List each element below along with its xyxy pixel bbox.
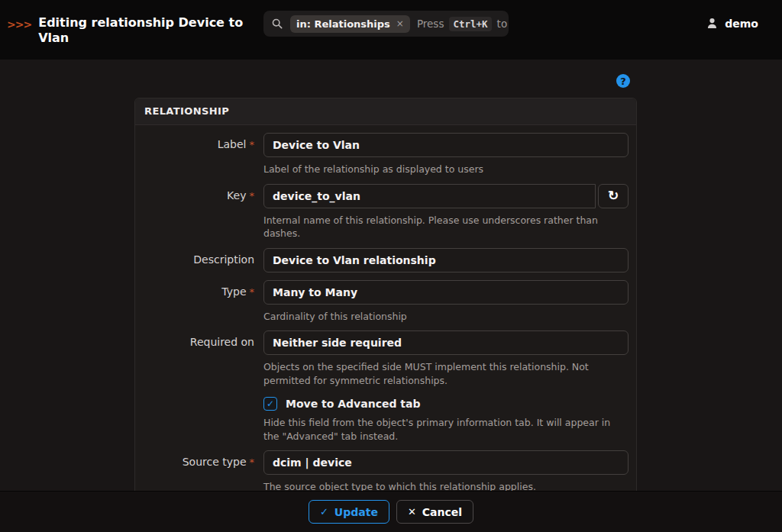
panel-title: RELATIONSHIP	[135, 98, 636, 125]
page-title-line2: Vlan	[38, 31, 69, 45]
checkbox-checked-icon[interactable]: ✓	[263, 397, 277, 411]
search-shortcut-kbd: Ctrl+K	[449, 17, 491, 31]
required-on-select[interactable]: Neither side required	[263, 330, 629, 355]
user-icon	[706, 17, 719, 30]
search-filter-tag[interactable]: in: Relationships ×	[290, 15, 410, 33]
source-type-field-label: Source type*	[143, 450, 263, 494]
top-navbar: >>> Editing relationship Device to Vlan …	[0, 0, 782, 60]
page-title-line1: Editing relationship Device to	[38, 15, 243, 30]
app-logo[interactable]: >>>	[7, 18, 31, 31]
navbar-left: >>> Editing relationship Device to Vlan	[7, 15, 243, 46]
advanced-tab-checkbox-label[interactable]: Move to Advanced tab	[286, 398, 420, 410]
label-field-label: Label*	[143, 133, 263, 176]
required-marker: *	[250, 456, 255, 468]
required-marker: *	[250, 139, 255, 150]
help-icon[interactable]: ?	[616, 74, 630, 88]
regenerate-key-button[interactable]: ↻	[598, 184, 629, 208]
form-row-key: Key* device_to_vlan ↻ Internal name of t…	[143, 184, 629, 240]
x-icon: ✕	[408, 506, 416, 517]
required-marker: *	[250, 190, 255, 202]
description-input[interactable]: Device to Vlan relationship	[263, 248, 629, 272]
label-input[interactable]: Device to Vlan	[263, 133, 629, 157]
search-icon	[271, 18, 283, 30]
key-field-label: Key*	[143, 184, 263, 240]
check-icon: ✓	[267, 399, 274, 408]
description-field-label: Description	[143, 248, 263, 272]
key-helper-text: Internal name of this relationship. Plea…	[263, 214, 629, 240]
refresh-icon: ↻	[608, 189, 619, 202]
relationship-panel: RELATIONSHIP Label* Device to Vlan Label…	[134, 98, 637, 522]
search-placeholder-prefix: Press	[417, 18, 444, 30]
form-action-bar: ✓ Update ✕ Cancel	[0, 491, 782, 532]
form-row-label: Label* Device to Vlan Label of the relat…	[143, 133, 629, 176]
global-search-input[interactable]: in: Relationships × Press Ctrl+K to sear…	[263, 11, 509, 37]
source-type-select[interactable]: dcim | device	[263, 450, 629, 475]
advanced-tab-checkbox[interactable]: ✓ Move to Advanced tab	[263, 395, 629, 411]
type-field-label: Type*	[143, 280, 263, 324]
type-select[interactable]: Many to Many	[263, 280, 629, 305]
type-helper-text: Cardinality of this relationship	[263, 310, 629, 324]
relationship-form: Label* Device to Vlan Label of the relat…	[135, 125, 636, 521]
form-row-required-on: Required on Neither side required Object…	[143, 330, 629, 387]
cancel-button[interactable]: ✕ Cancel	[396, 500, 473, 524]
update-button[interactable]: ✓ Update	[309, 500, 389, 524]
remove-filter-icon[interactable]: ×	[396, 18, 404, 29]
label-helper-text: Label of the relationship as displayed t…	[263, 163, 629, 176]
required-on-helper-text: Objects on the specified side MUST imple…	[263, 360, 629, 387]
advanced-tab-helper-text: Hide this field from the object's primar…	[263, 416, 629, 443]
check-icon: ✓	[320, 506, 328, 517]
search-filter-tag-label: in: Relationships	[296, 18, 390, 30]
user-menu[interactable]: demo	[706, 17, 758, 30]
form-row-description: Description Device to Vlan relationship	[143, 248, 629, 272]
page-title: Editing relationship Device to Vlan	[38, 15, 243, 46]
username: demo	[725, 18, 758, 30]
key-input[interactable]: device_to_vlan	[263, 184, 596, 208]
required-on-field-label: Required on	[143, 330, 263, 387]
search-placeholder-suffix: to search	[497, 18, 509, 30]
form-row-advanced-tab: ✓ Move to Advanced tab Hide this field f…	[143, 395, 629, 443]
form-row-source-type: Source type* dcim | device The source ob…	[143, 450, 629, 494]
required-marker: *	[250, 286, 255, 298]
form-row-type: Type* Many to Many Cardinality of this r…	[143, 280, 629, 324]
